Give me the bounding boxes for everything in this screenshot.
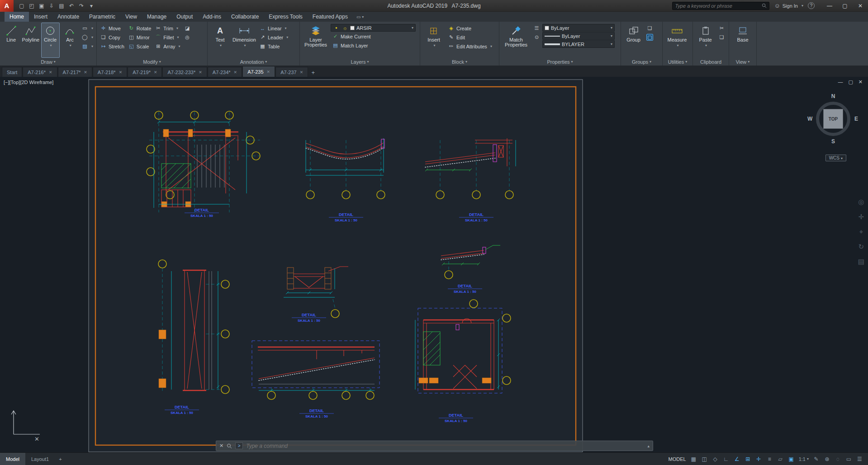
command-close-icon[interactable]: ✕ [219,443,223,449]
file-tab[interactable]: A7-217*✕ [58,67,92,77]
undo-icon[interactable]: ↶ [67,1,76,10]
model-tab[interactable]: Model [0,453,25,465]
ribbon-tab-parametric[interactable]: Parametric [84,12,120,22]
panel-layers-title[interactable]: Layers [300,58,420,66]
tab-close-icon[interactable]: ✕ [119,70,123,75]
navigation-wheel-icon[interactable]: ◎ [858,198,864,206]
model-space-indicator[interactable]: MODEL [667,454,688,464]
selection-cycling-icon[interactable]: ▣ [787,454,796,464]
move-button[interactable]: ✛Move [99,24,126,33]
sign-in-button[interactable]: ☺ Sign In [774,2,803,9]
ribbon-tab-collaborate[interactable]: Collaborate [226,12,264,22]
layout1-tab[interactable]: Layout1 [25,453,55,465]
drawing-canvas[interactable]: DETAIL SKALA 1 : 50 DETAIL SKALA 1 : 50 … [0,77,868,452]
save-file-icon[interactable]: ▣ [37,1,46,10]
base-button[interactable]: Base [731,23,754,58]
stretch-button[interactable]: ↦Stretch [99,42,126,51]
panel-draw-title[interactable]: Draw [0,58,96,66]
ellipse-button[interactable]: ◯ [80,33,95,42]
panel-groups-title[interactable]: Groups [621,58,662,66]
measure-button[interactable]: Measure [664,23,690,58]
file-tab-start[interactable]: Start [2,67,22,77]
file-tab[interactable]: A7-218*✕ [93,67,127,77]
mirror-button[interactable]: ◫Mirror [127,33,152,42]
window-minimize-icon[interactable]: — [822,0,837,12]
polar-tracking-icon[interactable]: ∠ [732,454,742,464]
qat-menu-icon[interactable]: ▾ [87,1,96,10]
lineweight-combo[interactable]: BYLAYER [542,40,615,48]
command-input[interactable] [246,443,644,449]
file-tab[interactable]: A7-234*✕ [208,67,242,77]
panel-utilities-title[interactable]: Utilities [663,58,693,66]
ortho-mode-icon[interactable]: ∟ [721,454,731,464]
paste-button[interactable]: Paste [695,23,716,58]
tab-close-icon[interactable]: ✕ [49,70,52,75]
object-snap-tracking-icon[interactable]: ✛ [754,454,764,464]
line-button[interactable]: Line [2,23,20,58]
grid-display-icon[interactable]: ▦ [689,454,698,464]
tab-close-icon[interactable]: ✕ [267,70,270,74]
panel-view-title[interactable]: View [729,58,756,66]
explode-button[interactable]: ◎ [183,33,192,42]
group-button[interactable]: Group [623,23,644,58]
snap-mode-icon[interactable]: ◫ [700,454,709,464]
redo-icon[interactable]: ↷ [77,1,86,10]
window-maximize-icon[interactable]: ▢ [837,0,853,12]
viewcube-north[interactable]: N [831,93,835,99]
tab-close-icon[interactable]: ✕ [84,70,87,75]
tab-close-icon[interactable]: ✕ [154,70,157,75]
panel-modify-title[interactable]: Modify [97,58,207,66]
zoom-icon[interactable]: ⌖ [859,228,863,236]
panel-block-title[interactable]: Block [420,58,499,66]
open-file-icon[interactable]: ◰ [27,1,36,10]
viewcube-south[interactable]: S [831,138,835,145]
ribbon-tab-manage[interactable]: Manage [142,12,171,22]
ribbon-tab-annotate[interactable]: Annotate [52,12,84,22]
ribbon-tab-output[interactable]: Output [171,12,198,22]
make-current-button[interactable]: ✓Make Current [331,32,418,41]
group-edit-button[interactable]: ▢ [645,33,655,42]
viewcube-west[interactable]: W [807,116,812,122]
ungroup-button[interactable]: ❏ [645,24,655,33]
layer-combo[interactable]: ● ☼ ARSIR [331,24,416,32]
file-tab[interactable]: A7-216*✕ [23,67,57,77]
new-tab-button[interactable]: + [308,68,318,77]
tab-close-icon[interactable]: ✕ [199,70,202,75]
leader-button[interactable]: ↗Leader [258,33,289,42]
ribbon-tab-insert[interactable]: Insert [29,12,52,22]
file-tab[interactable]: A7-219*✕ [128,67,162,77]
ribbon-tab-add-ins[interactable]: Add-ins [198,12,226,22]
fillet-button[interactable]: ⌒Fillet [153,33,181,42]
save-as-icon[interactable]: ⇩ [47,1,56,10]
linetype-combo[interactable]: ByLayer [542,32,615,40]
tab-close-icon[interactable]: ✕ [300,70,304,75]
help-search-box[interactable] [672,2,769,10]
doc-close-icon[interactable]: ✕ [859,79,863,85]
autocad-logo-icon[interactable]: A [0,0,14,12]
showmotion-icon[interactable]: ▤ [858,258,864,266]
layer-properties-button[interactable]: Layer Properties [302,23,330,58]
ribbon-tab-express-tools[interactable]: Express Tools [264,12,307,22]
ribbon-tab-featured-apps[interactable]: Featured Apps [308,12,353,22]
array-button[interactable]: ⊞Array [153,42,181,51]
annotation-visibility-icon[interactable]: ✎ [811,454,821,464]
infer-constraints-icon[interactable]: ◇ [711,454,720,464]
table-button[interactable]: ▦Table [258,42,289,51]
doc-minimize-icon[interactable]: — [838,79,843,85]
file-tab[interactable]: A7-232-233*✕ [162,67,207,77]
file-tab[interactable]: A7-237✕ [275,67,308,77]
command-history-icon[interactable]: ▴ [647,444,650,448]
hatch-button[interactable]: ▨ [80,42,95,51]
ribbon-tab-view[interactable]: View [120,12,142,22]
object-snap-icon[interactable]: ⊞ [743,454,753,464]
linear-button[interactable]: ↔Linear [258,24,289,33]
panel-clipboard-title[interactable]: Clipboard [693,58,729,66]
help-search-input[interactable] [675,3,760,9]
customization-icon[interactable]: ☰ [855,454,864,464]
ribbon-display-toggle-icon[interactable]: ▭ [353,12,367,22]
file-tab-active[interactable]: A7-235✕ [242,66,275,77]
rectangle-button[interactable]: ▭ [80,24,95,33]
scale-button[interactable]: ◱Scale [127,42,152,51]
command-line-bar[interactable]: ✕ > ▴ [216,441,653,451]
create-block-button[interactable]: ◈Create [446,24,493,33]
